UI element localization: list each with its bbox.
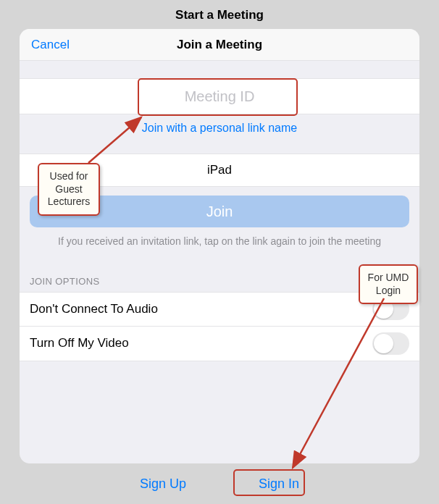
- meeting-id-row[interactable]: [20, 78, 419, 114]
- option-turn-off-video: Turn Off My Video: [20, 327, 419, 361]
- cancel-button[interactable]: Cancel: [31, 38, 70, 52]
- option-label: Don't Connect To Audio: [30, 302, 158, 316]
- page-title: Start a Meeting: [0, 0, 439, 30]
- sign-in-button[interactable]: Sign In: [259, 476, 299, 492]
- meeting-id-input[interactable]: [20, 88, 419, 105]
- bottom-bar: Sign Up Sign In: [0, 463, 439, 504]
- modal-header: Cancel Join a Meeting: [20, 29, 419, 61]
- invitation-hint: If you received an invitation link, tap …: [30, 227, 409, 248]
- sign-up-button[interactable]: Sign Up: [140, 476, 186, 492]
- callout-umd-login: For UMD Login: [359, 264, 418, 304]
- spacer: [20, 61, 419, 78]
- modal-title: Join a Meeting: [20, 38, 419, 52]
- personal-link-name[interactable]: Join with a personal link name: [20, 114, 419, 139]
- join-meeting-modal: Cancel Join a Meeting Join with a person…: [20, 29, 419, 463]
- toggle-video[interactable]: [372, 332, 409, 355]
- callout-guest-lecturers: Used for Guest Lecturers: [38, 163, 100, 216]
- spacer: [20, 139, 419, 154]
- option-label: Turn Off My Video: [30, 336, 129, 350]
